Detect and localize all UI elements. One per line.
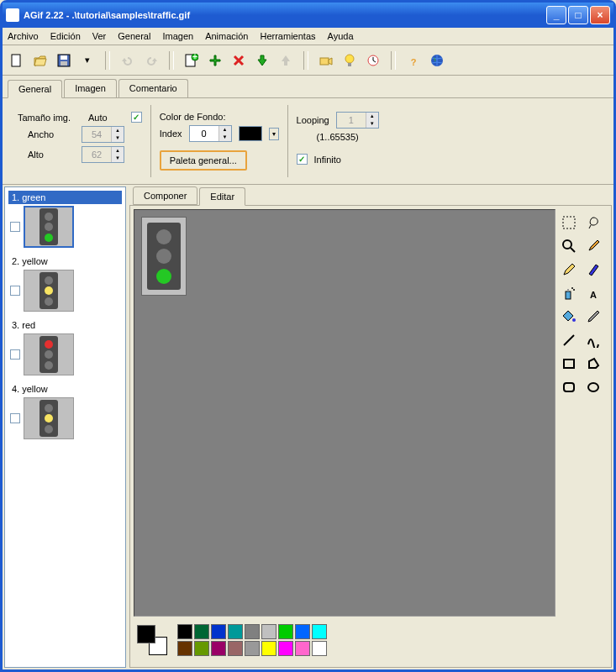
line-icon[interactable] xyxy=(559,330,579,350)
svg-rect-24 xyxy=(564,383,574,391)
menu-ver[interactable]: Ver xyxy=(92,31,107,41)
color-swatch[interactable] xyxy=(295,641,310,656)
save-dropdown-icon[interactable]: ▾ xyxy=(78,51,97,70)
frame-thumbnail[interactable] xyxy=(24,270,74,312)
globe-icon[interactable] xyxy=(428,51,446,70)
color-swatch[interactable] xyxy=(245,641,260,656)
svg-point-18 xyxy=(571,287,573,289)
frame-item[interactable]: 3. red xyxy=(7,317,124,379)
maximize-button[interactable]: □ xyxy=(568,6,588,24)
magnifier-icon[interactable] xyxy=(559,236,579,256)
width-stepper[interactable]: ▲▼ xyxy=(82,126,124,143)
menu-general[interactable]: General xyxy=(118,31,150,41)
frame-item[interactable]: 1. green xyxy=(7,189,124,251)
menu-edicion[interactable]: Edición xyxy=(50,31,81,41)
rect-icon[interactable] xyxy=(559,354,579,374)
color-swatch[interactable] xyxy=(177,641,192,656)
infinite-checkbox[interactable]: ✓ xyxy=(297,154,308,165)
color-swatch[interactable] xyxy=(312,641,327,656)
new-frame-icon[interactable]: + xyxy=(182,51,201,70)
color-swatch[interactable] xyxy=(177,624,192,639)
tab-editar[interactable]: Editar xyxy=(199,187,245,206)
arrow-down-icon[interactable] xyxy=(253,51,271,70)
color-swatch[interactable] xyxy=(261,641,276,656)
frame-checkbox[interactable] xyxy=(10,413,20,423)
camera-icon[interactable] xyxy=(317,51,335,70)
text-icon[interactable]: A xyxy=(583,283,603,303)
svg-rect-3 xyxy=(61,61,67,66)
spray-icon[interactable] xyxy=(559,283,579,303)
new-file-icon[interactable] xyxy=(8,51,26,70)
clock-icon[interactable] xyxy=(364,51,382,70)
frame-thumbnail[interactable] xyxy=(24,206,74,248)
looping-stepper[interactable]: ▲▼ xyxy=(336,112,379,129)
palette-button[interactable]: Paleta general... xyxy=(160,150,247,171)
curve-icon[interactable] xyxy=(583,330,603,350)
menu-archivo[interactable]: Archivo xyxy=(8,31,39,41)
color-swatch[interactable] xyxy=(278,641,293,656)
polygon-icon[interactable] xyxy=(583,354,603,374)
fill-icon[interactable] xyxy=(559,307,579,327)
auto-checkbox[interactable]: ✓ xyxy=(131,112,142,123)
tab-imagen[interactable]: Imagen xyxy=(64,79,117,97)
menu-imagen[interactable]: Imagen xyxy=(162,31,193,41)
frame-thumbnail[interactable] xyxy=(24,397,74,439)
color-swatch[interactable] xyxy=(261,624,276,639)
canvas-wrap: A xyxy=(129,205,612,668)
undo-icon[interactable] xyxy=(118,51,137,70)
roundrect-icon[interactable] xyxy=(559,377,579,397)
main-area: 1. green 2. yellow 3. red 4. yellow Comp… xyxy=(3,185,613,669)
svg-rect-16 xyxy=(566,291,571,299)
redo-icon[interactable] xyxy=(142,51,161,70)
open-file-icon[interactable] xyxy=(31,51,50,70)
color-swatch[interactable] xyxy=(211,641,226,656)
bgcolor-picker[interactable] xyxy=(239,126,262,141)
save-icon[interactable] xyxy=(55,51,73,70)
menu-animacion[interactable]: Animación xyxy=(205,31,248,41)
ellipse-icon[interactable] xyxy=(583,377,603,397)
frame-item[interactable]: 4. yellow xyxy=(7,381,124,443)
brush-icon[interactable] xyxy=(583,236,603,256)
menu-ayuda[interactable]: Ayuda xyxy=(328,31,354,41)
color-swatch[interactable] xyxy=(228,641,243,656)
color-swatch[interactable] xyxy=(312,624,327,639)
height-stepper[interactable]: ▲▼ xyxy=(82,146,124,163)
lightbulb-icon[interactable] xyxy=(340,51,359,70)
tab-general[interactable]: General xyxy=(8,80,62,98)
color-swatch[interactable] xyxy=(194,624,209,639)
menu-herramientas[interactable]: Herramientas xyxy=(260,31,315,41)
frame-checkbox[interactable] xyxy=(10,349,20,360)
frame-item[interactable]: 2. yellow xyxy=(7,253,124,315)
tool-panel: A xyxy=(555,209,608,617)
index-stepper[interactable]: ▲▼ xyxy=(189,125,232,142)
frame-thumbnail[interactable] xyxy=(24,333,74,375)
delete-icon[interactable] xyxy=(229,51,248,70)
frame-checkbox[interactable] xyxy=(10,222,20,232)
tab-componer[interactable]: Componer xyxy=(133,186,197,205)
help-icon[interactable]: ? xyxy=(404,51,423,70)
fg-bg-colors[interactable] xyxy=(137,625,167,655)
bgcolor-dropdown-icon[interactable]: ▾ xyxy=(269,128,279,140)
color-swatch[interactable] xyxy=(228,624,243,639)
lasso-icon[interactable] xyxy=(583,213,603,233)
tab-comentario[interactable]: Comentario xyxy=(118,79,188,97)
color-swatch[interactable] xyxy=(245,624,260,639)
svg-rect-7 xyxy=(320,58,329,65)
canvas-frame[interactable] xyxy=(141,217,187,296)
select-rect-icon[interactable] xyxy=(559,213,579,233)
pen-icon[interactable] xyxy=(583,260,603,280)
color-swatch[interactable] xyxy=(278,624,293,639)
frame-checkbox[interactable] xyxy=(10,286,20,296)
arrow-up-icon[interactable] xyxy=(276,51,295,70)
color-swatch[interactable] xyxy=(211,624,226,639)
color-swatch[interactable] xyxy=(295,624,310,639)
pencil-icon[interactable] xyxy=(559,260,579,280)
close-button[interactable]: × xyxy=(590,6,610,24)
add-icon[interactable] xyxy=(206,51,224,70)
eyedropper-icon[interactable] xyxy=(583,307,603,327)
canvas[interactable] xyxy=(134,209,555,617)
minimize-button[interactable]: _ xyxy=(546,6,566,24)
color-swatch[interactable] xyxy=(194,641,209,656)
svg-text:A: A xyxy=(590,290,597,300)
frame-list[interactable]: 1. green 2. yellow 3. red 4. yellow xyxy=(4,186,126,668)
